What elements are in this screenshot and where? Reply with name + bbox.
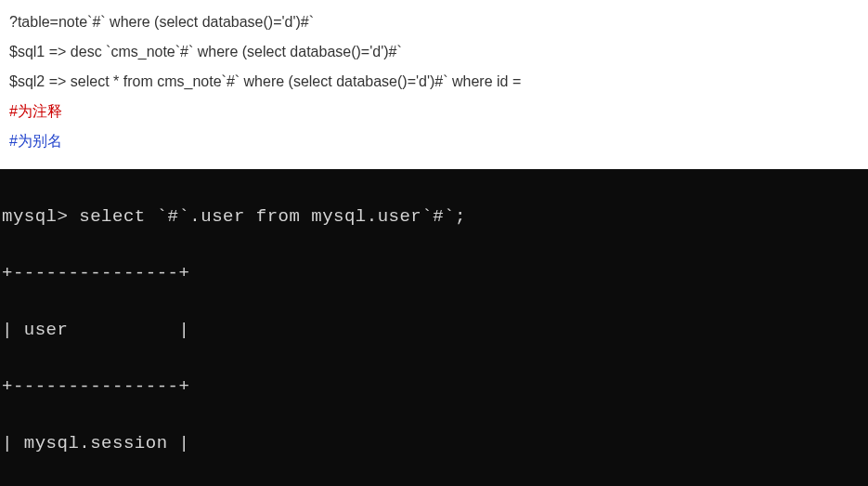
- mysql-terminal: mysql> select `#`.user from mysql.user`#…: [0, 169, 868, 486]
- url-param-line: ?table=note`#` where (select database()=…: [9, 7, 859, 37]
- sql2-line: $sql2 => select * from cms_note`#` where…: [9, 67, 859, 97]
- sql-explanation-section: ?table=note`#` where (select database()=…: [0, 0, 868, 164]
- sql1-line: $sql1 => desc `cms_note`#` where (select…: [9, 37, 859, 67]
- terminal-header-line: | user |: [0, 316, 864, 344]
- comment-note-line: #为注释: [9, 97, 859, 126]
- terminal-query-line: mysql> select `#`.user from mysql.user`#…: [0, 203, 864, 230]
- terminal-border-line: +---------------+: [0, 259, 864, 287]
- terminal-data-line: | mysql.session |: [0, 429, 864, 457]
- terminal-border-line: +---------------+: [0, 373, 864, 401]
- alias-note-line: #为别名: [9, 126, 859, 156]
